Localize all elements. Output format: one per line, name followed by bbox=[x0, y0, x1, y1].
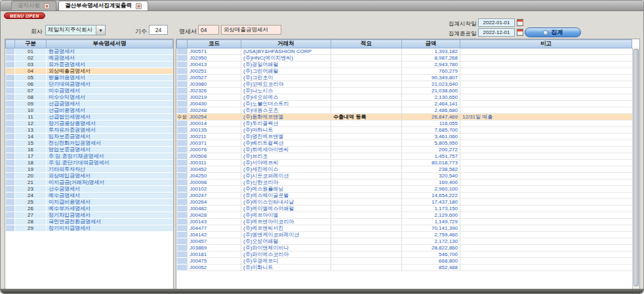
vendor-amount: 546,700 bbox=[402, 251, 460, 258]
start-date-input[interactable] bbox=[478, 18, 515, 27]
vendor-row[interactable]: J03980(주)꼬매요코리아21,023,640 bbox=[177, 81, 632, 88]
vendor-note bbox=[460, 147, 632, 153]
vendor-row[interactable]: J00014(주)두리콜렉션116,055 bbox=[177, 120, 632, 127]
statement-row[interactable]: 02예금명세서 bbox=[6, 55, 173, 62]
tab-report[interactable]: 결산부속명세서집계및출력 × bbox=[58, 1, 148, 10]
statement-row[interactable]: 25미지급비용명세서 bbox=[6, 199, 173, 206]
vendor-row[interactable]: J00247(주)에스제이글로벌14,654,222 bbox=[177, 193, 632, 199]
vendor-row[interactable]: J00102(주)에스원플래닝2,960,100 bbox=[177, 186, 632, 193]
statement-row[interactable]: 12장기금융상품명세서 bbox=[6, 120, 173, 127]
statement-code-input[interactable] bbox=[198, 25, 219, 35]
statement-row[interactable]: 20외상매입금명세서 bbox=[6, 173, 173, 179]
statement-row[interactable]: 21미지급금(거래처)명세서 bbox=[6, 179, 173, 186]
vendor-row[interactable]: J00571(USA)BY&HFASHION CORP1,393,182 bbox=[177, 48, 632, 55]
statement-row[interactable]: 06단기대여금명세서 bbox=[6, 81, 173, 88]
statement-row[interactable]: 27장기차입금명세서 bbox=[6, 212, 173, 219]
statement-name: 임차보증금명세서 bbox=[47, 134, 173, 140]
row-gutter bbox=[177, 173, 188, 179]
period-input[interactable] bbox=[149, 25, 168, 35]
statement-name: 미수금명세서 bbox=[47, 88, 173, 94]
vendor-row[interactable]: J00311(주)서아에프씨80,018,773 bbox=[177, 160, 632, 166]
statement-row[interactable]: 29장기미지급명세서 bbox=[6, 225, 173, 232]
statement-name: 미수수익명세서 bbox=[47, 94, 173, 101]
statement-row[interactable]: 13투자유가증권명세서 bbox=[6, 127, 173, 134]
vendor-row[interactable]: J00430(주)노블인더스트리2,464,141 bbox=[177, 101, 632, 107]
statement-row[interactable]: 26예수부가세명세서 bbox=[6, 206, 173, 212]
vendor-row[interactable]: J00264(주)에이스인터내셔날17,437,180 bbox=[177, 199, 632, 206]
vendor-row[interactable]: J00098(주)신한코리아169,400 bbox=[177, 179, 632, 186]
tab-close-icon[interactable]: × bbox=[136, 3, 142, 9]
statement-row[interactable]: 05받을어음명세서 bbox=[6, 75, 173, 81]
vertical-scrollbar[interactable] bbox=[632, 48, 639, 289]
calendar-icon[interactable] bbox=[517, 19, 523, 26]
vendor-row[interactable]: J00219(주)네오피에스2,130,650 bbox=[177, 94, 632, 101]
statement-row[interactable]: 04외상매출금명세서 bbox=[6, 68, 173, 75]
vendor-row[interactable]: J00211(주)명진에프앤엘3,461,060 bbox=[177, 134, 632, 140]
vendor-row[interactable]: 수정J00254(주)동화에프앤엘수출내역 등록26,847,46912/31일… bbox=[177, 114, 632, 120]
statement-row[interactable]: 01현금명세서 bbox=[6, 48, 173, 55]
vendor-amount: 1,149,729 bbox=[402, 219, 460, 225]
vendor-row[interactable]: J02950(주)HNC(에이치엔씨)8,987,268 bbox=[177, 55, 632, 62]
statement-row[interactable]: 03유가증권명세서 bbox=[6, 62, 173, 68]
vendor-row[interactable]: J00076(주)뷔에세아이엔씨200,272 bbox=[177, 147, 632, 153]
statement-row[interactable]: 14임차보증금명세서 bbox=[6, 134, 173, 140]
menu-open-badge[interactable]: MENU OPEN bbox=[4, 12, 45, 19]
vendor-row[interactable]: J00248(주)대원스포츠2,486,680 bbox=[177, 107, 632, 114]
statement-row[interactable]: 19기타의투자자산 bbox=[6, 166, 173, 173]
vendor-row[interactable]: J00482(주)에이엘에스어패럴1,173,150 bbox=[177, 206, 632, 212]
vendor-desc bbox=[331, 245, 402, 251]
statement-name: 선급법인세명세서 bbox=[47, 114, 173, 120]
vendor-row[interactable]: J00452(주)세진에이스238,582 bbox=[177, 166, 632, 173]
vendor-row[interactable]: J00428(주)에프아이엘2,129,600 bbox=[177, 212, 632, 219]
vendor-row[interactable]: J00143(주)에프앤아이코리아1,149,729 bbox=[177, 219, 632, 225]
tab-close-icon[interactable]: × bbox=[44, 3, 50, 9]
statement-row[interactable]: 08미수수익명세서 bbox=[6, 94, 173, 101]
vendor-row[interactable]: J00052(주)이화니트852,488 bbox=[177, 265, 632, 271]
statement-row[interactable]: 16영업보증금명세서 bbox=[6, 147, 173, 153]
statement-row[interactable]: 09선급금명세서 bbox=[6, 101, 173, 107]
scrollbar-thumb[interactable] bbox=[634, 49, 639, 286]
vendor-code: J00452 bbox=[188, 166, 241, 173]
vendor-row[interactable]: J00371(주)베리트컬렉션5,805,950 bbox=[177, 140, 632, 147]
vendor-row[interactable]: J00508(주)브리조1,451,757 bbox=[177, 153, 632, 160]
statement-row[interactable]: 11선급법인세명세서 bbox=[6, 114, 173, 120]
statement-name-input[interactable] bbox=[221, 25, 281, 35]
row-gutter bbox=[6, 206, 15, 212]
statement-row[interactable]: 17주.임.종장기채권명세서 bbox=[6, 153, 173, 160]
statement-row[interactable]: 18주.임.종단기대여금명세서 bbox=[6, 160, 173, 166]
statement-row[interactable]: 15전신전화가입권명세서 bbox=[6, 140, 173, 147]
vendor-name: (주)신한코리아 bbox=[241, 179, 331, 186]
vendor-row[interactable]: J00251(주)그린어패럴760,279 bbox=[177, 68, 632, 75]
vendor-row[interactable]: J04142(주)엠앤케이코퍼레이션2,759,460 bbox=[177, 232, 632, 238]
statement-row[interactable]: 24예수금명세서 bbox=[6, 193, 173, 199]
statement-row[interactable]: 10선급비용명세서 bbox=[6, 107, 173, 114]
vendor-row[interactable]: J00413(주)경일어패럴2,943,780 bbox=[177, 62, 632, 68]
statement-row[interactable]: 28국민연금전환금명세서 bbox=[6, 219, 173, 225]
row-gutter bbox=[177, 179, 188, 186]
aggregate-button[interactable]: 집계 bbox=[525, 28, 581, 37]
statement-code: 05 bbox=[15, 75, 47, 81]
company-select[interactable]: 제일처지주식회사 ▼ bbox=[45, 25, 106, 35]
vendor-row[interactable]: J00527(주)그린조이90,349,807 bbox=[177, 75, 632, 81]
vendor-row[interactable]: J04477(주)에프엔씨서진70,141,390 bbox=[177, 225, 632, 232]
tab-notice[interactable]: 공지사항 × bbox=[11, 1, 56, 10]
vendor-note bbox=[460, 134, 632, 140]
vendor-row[interactable]: J00475(주)우경에프디668,800 bbox=[177, 258, 632, 265]
vendor-row[interactable]: J03869(주)와이앤제이비나28,822,860 bbox=[177, 245, 632, 251]
detail-grid-body: J00571(USA)BY&HFASHION CORP1,393,182J029… bbox=[177, 48, 632, 271]
vendor-row[interactable]: J02326(주)나노시스21,038,600 bbox=[177, 88, 632, 94]
statement-row[interactable]: 07미수금명세서 bbox=[6, 88, 173, 94]
calendar-icon[interactable] bbox=[517, 29, 523, 36]
vendor-row[interactable]: J00181(주)와이에스코리아546,700 bbox=[177, 251, 632, 258]
statement-name: 투자유가증권명세서 bbox=[47, 127, 173, 134]
vendor-row[interactable]: J00135(주)마하니트7,685,700 bbox=[177, 127, 632, 134]
chevron-down-icon[interactable]: ▼ bbox=[96, 26, 105, 35]
statement-name: 전신전화가입권명세서 bbox=[47, 140, 173, 147]
end-date-input[interactable] bbox=[478, 28, 515, 37]
statement-row[interactable]: 23선수금명세서 bbox=[6, 186, 173, 193]
vendor-row[interactable]: J00457(주)오성어패럴2,172,130 bbox=[177, 238, 632, 245]
vendor-amount: 7,685,700 bbox=[402, 127, 460, 134]
vendor-note bbox=[460, 193, 632, 199]
vendor-name: (주)이화니트 bbox=[241, 265, 331, 271]
vendor-row[interactable]: J04250(주)시온코퍼레이션320,540 bbox=[177, 173, 632, 179]
